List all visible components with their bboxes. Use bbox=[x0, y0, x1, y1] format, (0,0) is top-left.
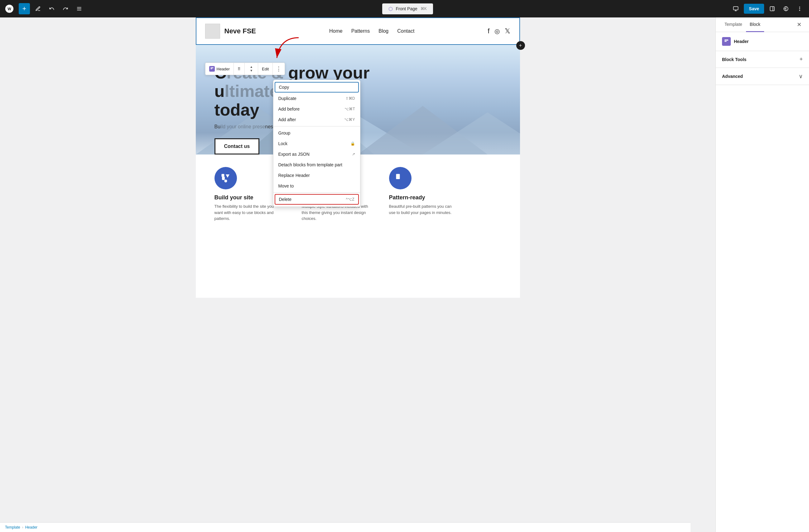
block-drag-handle[interactable]: ⠿ bbox=[234, 63, 245, 75]
toolbar-center: ⬡ Front Page ⌘K bbox=[87, 3, 728, 14]
block-move-arrows[interactable]: ▲ ▼ bbox=[245, 63, 258, 75]
advanced-title: Advanced bbox=[722, 74, 743, 79]
top-toolbar: W + ⬡ Front Page ⌘K Save bbox=[0, 0, 809, 17]
svg-rect-15 bbox=[210, 68, 213, 69]
svg-point-13 bbox=[799, 10, 800, 11]
preview-button[interactable] bbox=[730, 3, 741, 14]
svg-point-12 bbox=[799, 8, 800, 10]
color-scheme-button[interactable] bbox=[780, 3, 792, 14]
block-tools-header[interactable]: Block Tools + bbox=[716, 51, 809, 68]
move-up-arrow[interactable]: ▲ bbox=[250, 65, 253, 69]
nav-patterns[interactable]: Patterns bbox=[351, 28, 370, 34]
export-icon-inline: ↗ bbox=[352, 152, 355, 156]
sidebar-close-button[interactable]: ✕ bbox=[794, 17, 804, 32]
redo-button[interactable] bbox=[60, 3, 71, 14]
menu-divider-1 bbox=[273, 126, 360, 126]
feature-build: Build your site The flexibility to build… bbox=[214, 167, 283, 222]
svg-point-23 bbox=[224, 180, 227, 182]
menu-group[interactable]: Group bbox=[273, 128, 360, 138]
svg-rect-26 bbox=[724, 39, 728, 40]
main-layout: Neve FSE Home Patterns Blog Contact f ◎ … bbox=[0, 17, 809, 532]
header-block-icon bbox=[209, 66, 215, 72]
sidebar-block-tools: Block Tools + bbox=[716, 51, 809, 68]
red-arrow bbox=[268, 35, 305, 67]
nav-home[interactable]: Home bbox=[329, 28, 343, 34]
block-tools-title: Block Tools bbox=[722, 57, 746, 62]
page-selector[interactable]: ⬡ Front Page ⌘K bbox=[382, 3, 433, 14]
sidebar-header-icon bbox=[722, 37, 731, 46]
save-button[interactable]: Save bbox=[744, 4, 764, 14]
menu-replace-header[interactable]: Replace Header bbox=[273, 170, 360, 181]
breadcrumb-template[interactable]: Template bbox=[5, 525, 20, 530]
svg-rect-22 bbox=[221, 174, 224, 177]
menu-duplicate[interactable]: Duplicate ⇧⌘D bbox=[273, 93, 360, 104]
right-sidebar: Template Block ✕ Header Block Tools + Ad… bbox=[716, 17, 809, 532]
context-menu: Copy Duplicate ⇧⌘D Add before ⌥⌘T Add af… bbox=[273, 80, 360, 207]
menu-add-after[interactable]: Add after ⌥⌘Y bbox=[273, 114, 360, 125]
block-tools-add-button[interactable]: + bbox=[799, 56, 803, 63]
sidebar-advanced: Advanced ∨ bbox=[716, 68, 809, 85]
svg-rect-8 bbox=[770, 6, 774, 11]
wp-logo[interactable]: W bbox=[4, 3, 15, 14]
svg-rect-5 bbox=[734, 6, 738, 10]
menu-export-json[interactable]: Export as JSON ↗ bbox=[273, 149, 360, 159]
menu-lock[interactable]: Lock 🔒 bbox=[273, 138, 360, 149]
menu-copy[interactable]: Copy bbox=[275, 82, 359, 92]
tools-button[interactable] bbox=[32, 3, 44, 14]
add-after-shortcut: ⌥⌘Y bbox=[344, 118, 355, 122]
menu-move-to[interactable]: Move to bbox=[273, 181, 360, 191]
block-type-selector[interactable]: Header bbox=[205, 63, 234, 75]
canvas: Neve FSE Home Patterns Blog Contact f ◎ … bbox=[196, 17, 520, 298]
menu-divider-2 bbox=[273, 193, 360, 193]
list-view-button[interactable] bbox=[73, 3, 85, 14]
add-after-header-button[interactable]: + bbox=[516, 41, 525, 50]
menu-add-before[interactable]: Add before ⌥⌘T bbox=[273, 104, 360, 114]
social-icons: f ◎ 𝕏 bbox=[487, 27, 510, 35]
nav-contact[interactable]: Contact bbox=[397, 28, 414, 34]
add-before-shortcut: ⌥⌘T bbox=[344, 107, 355, 111]
editor-area[interactable]: Neve FSE Home Patterns Blog Contact f ◎ … bbox=[0, 17, 716, 532]
facebook-icon[interactable]: f bbox=[487, 27, 489, 35]
add-block-button[interactable]: + bbox=[19, 3, 30, 14]
sidebar-block-info: Header bbox=[716, 32, 809, 51]
breadcrumb-header[interactable]: Header bbox=[25, 525, 37, 530]
svg-point-11 bbox=[799, 6, 800, 7]
tab-template[interactable]: Template bbox=[721, 17, 746, 32]
feature-build-title: Build your site bbox=[214, 194, 254, 201]
undo-button[interactable] bbox=[46, 3, 57, 14]
options-button[interactable] bbox=[794, 3, 805, 14]
menu-delete[interactable]: Delete ^⌥Z bbox=[275, 194, 359, 205]
site-logo: Neve FSE bbox=[205, 24, 256, 39]
breadcrumb-separator: › bbox=[22, 525, 23, 530]
nav-blog[interactable]: Blog bbox=[378, 28, 389, 34]
duplicate-shortcut: ⇧⌘D bbox=[345, 96, 355, 101]
feature-pattern-icon bbox=[389, 167, 412, 189]
advanced-header[interactable]: Advanced ∨ bbox=[716, 68, 809, 85]
sidebar-block-label: Header bbox=[734, 39, 748, 44]
site-header-block[interactable]: Neve FSE Home Patterns Blog Contact f ◎ … bbox=[196, 17, 520, 45]
block-type-label: Header bbox=[217, 67, 230, 71]
sidebar-toggle-button[interactable] bbox=[767, 3, 778, 14]
feature-build-desc: The flexibility to build the site you wa… bbox=[214, 203, 283, 222]
feature-pattern-desc: Beautiful pre-built patterns you can use… bbox=[389, 203, 458, 215]
menu-detach[interactable]: Detach blocks from template part bbox=[273, 159, 360, 170]
instagram-icon[interactable]: ◎ bbox=[495, 28, 500, 35]
svg-rect-27 bbox=[724, 41, 727, 42]
move-down-arrow[interactable]: ▼ bbox=[250, 69, 253, 73]
advanced-collapse-button[interactable]: ∨ bbox=[799, 73, 803, 80]
feature-pattern: Pattern-ready Beautiful pre-built patter… bbox=[389, 167, 458, 222]
logo-placeholder bbox=[205, 24, 220, 39]
site-name: Neve FSE bbox=[224, 27, 256, 35]
svg-text:W: W bbox=[7, 7, 11, 11]
page-shortcut-label: ⌘K bbox=[420, 6, 427, 11]
page-name-label: Front Page bbox=[396, 6, 417, 11]
sidebar-tabs: Template Block ✕ bbox=[716, 17, 809, 32]
svg-rect-16 bbox=[210, 69, 212, 69]
toolbar-right: Save bbox=[730, 3, 805, 14]
hero-cta-button[interactable]: Contact us bbox=[214, 138, 260, 155]
feature-pattern-title: Pattern-ready bbox=[389, 194, 425, 201]
lock-icon-inline: 🔒 bbox=[350, 141, 355, 146]
svg-rect-25 bbox=[396, 174, 400, 179]
twitter-icon[interactable]: 𝕏 bbox=[505, 27, 510, 35]
tab-block[interactable]: Block bbox=[746, 17, 764, 32]
